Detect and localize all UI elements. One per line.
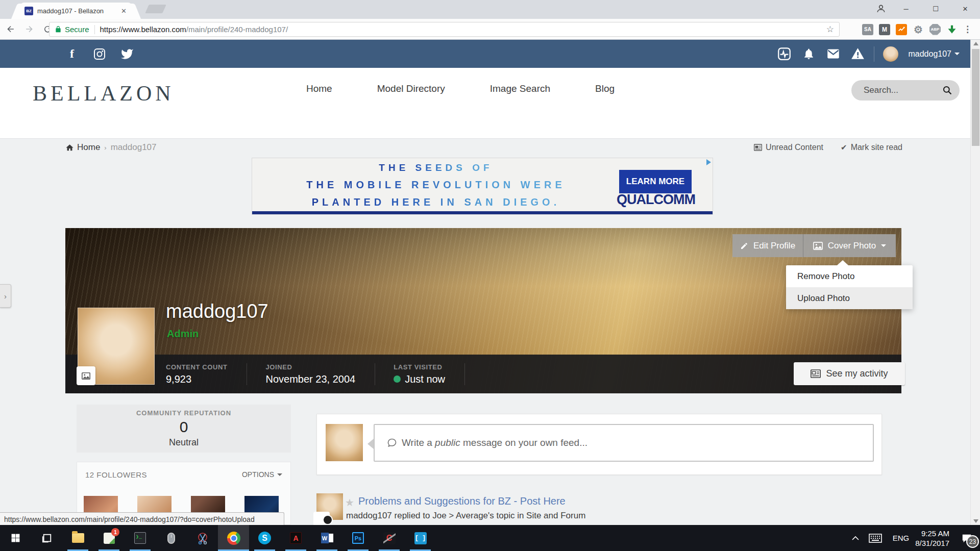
close-button[interactable]: ✕ bbox=[950, 0, 980, 17]
task-view-button[interactable] bbox=[31, 525, 62, 551]
taskbar-file-explorer-icon[interactable] bbox=[62, 525, 93, 551]
nav-model-directory[interactable]: Model Directory bbox=[377, 83, 445, 94]
adchoices-icon[interactable] bbox=[706, 159, 711, 165]
username-menu[interactable]: maddog107 bbox=[908, 49, 951, 59]
taskbar-ccleaner-icon[interactable]: C bbox=[374, 525, 405, 551]
back-icon[interactable] bbox=[3, 21, 18, 37]
url-host: https://www.bellazon.com bbox=[100, 25, 186, 34]
taskbar-skype-icon[interactable]: S bbox=[249, 525, 280, 551]
taskbar-chrome-icon[interactable] bbox=[218, 525, 249, 551]
scroll-up-icon[interactable] bbox=[973, 42, 978, 45]
taskbar-notes-app-icon[interactable]: 1 bbox=[93, 525, 125, 551]
system-tray: ENG 9:25 AM 8/31/2017 23 bbox=[847, 525, 980, 551]
browser-address-bar: Secure https://www.bellazon.com /main/pr… bbox=[0, 19, 980, 40]
topbar-icons: maddog107 bbox=[772, 40, 980, 68]
profile-stats-bar: CONTENT COUNT 9,923 JOINED November 23, … bbox=[65, 355, 901, 393]
extension-gear-icon[interactable]: ⚙ bbox=[913, 24, 924, 35]
address-omnibox[interactable]: Secure https://www.bellazon.com /main/pr… bbox=[49, 22, 840, 37]
start-button[interactable] bbox=[0, 525, 31, 551]
chevron-down-icon bbox=[277, 473, 282, 476]
scrollbar-thumb[interactable] bbox=[972, 49, 979, 146]
browser-status-bar: https://www.bellazon.com/main/profile/24… bbox=[0, 512, 284, 525]
breadcrumb: Home › maddog107 bbox=[65, 140, 157, 155]
status-url: https://www.bellazon.com/main/profile/24… bbox=[4, 515, 255, 523]
instagram-icon[interactable] bbox=[93, 47, 106, 61]
extension-sa-icon[interactable]: SA bbox=[862, 24, 873, 35]
taskbar-acrobat-icon[interactable]: A bbox=[280, 525, 311, 551]
taskbar-photoshop-icon[interactable]: Ps bbox=[342, 525, 374, 551]
nav-blog[interactable]: Blog bbox=[595, 83, 615, 94]
followers-options-button[interactable]: OPTIONS bbox=[242, 470, 282, 479]
clock[interactable]: 9:25 AM 8/31/2017 bbox=[915, 529, 949, 548]
user-avatar[interactable] bbox=[878, 40, 903, 68]
secure-label: Secure bbox=[65, 25, 89, 34]
ad-banner[interactable]: THE SEEDS OF THE MOBILE REVOLUTION WERE … bbox=[252, 158, 713, 215]
newspaper-icon bbox=[754, 144, 762, 151]
unread-content-link[interactable]: Unread Content bbox=[754, 143, 823, 152]
scroll-down-icon[interactable] bbox=[973, 519, 978, 523]
notification-count-badge: 23 bbox=[966, 535, 979, 548]
nav-image-search[interactable]: Image Search bbox=[490, 83, 550, 94]
messages-envelope-icon[interactable] bbox=[821, 40, 845, 68]
speech-bubble-icon bbox=[387, 438, 397, 448]
clock-time: 9:25 AM bbox=[915, 529, 949, 538]
browser-profile-icon[interactable] bbox=[871, 0, 891, 17]
topbar-divider bbox=[874, 46, 874, 62]
ad-line-3: PLANTED HERE IN SAN DIEGO. bbox=[312, 196, 560, 208]
extension-analytics-icon[interactable] bbox=[896, 24, 907, 35]
site-logo[interactable]: BELLAZON bbox=[33, 81, 175, 106]
tray-expand-icon[interactable] bbox=[847, 536, 864, 540]
social-links: f bbox=[65, 40, 134, 68]
moderation-warning-icon[interactable] bbox=[845, 40, 870, 68]
menu-item-upload-photo[interactable]: Upload Photo bbox=[786, 287, 913, 309]
community-reputation-card: COMMUNITY REPUTATION 0 Neutral bbox=[77, 405, 291, 453]
twitter-icon[interactable] bbox=[120, 47, 134, 61]
taskbar-console-icon[interactable]: ❯_ bbox=[125, 525, 156, 551]
browser-tab[interactable]: BZ maddog107 - Bellazon ✕ bbox=[20, 3, 132, 19]
ad-learn-more-button[interactable]: LEARN MORE bbox=[619, 170, 692, 193]
chevron-right-icon: › bbox=[104, 144, 106, 152]
maximize-button[interactable]: ☐ bbox=[921, 0, 950, 17]
taskbar-brackets-icon[interactable]: [ ] bbox=[405, 525, 436, 551]
activity-stream-icon[interactable] bbox=[772, 40, 796, 68]
stat-joined: JOINED November 23, 2004 bbox=[265, 363, 375, 385]
extension-abp-icon[interactable]: ABP bbox=[929, 24, 941, 35]
action-center-icon[interactable]: 23 bbox=[957, 525, 977, 551]
sidebar-expander-button[interactable]: › bbox=[0, 284, 11, 308]
window-controls: ─ ☐ ✕ bbox=[871, 0, 980, 17]
taskbar-snipping-tool-icon[interactable] bbox=[187, 525, 218, 551]
language-indicator[interactable]: ENG bbox=[893, 534, 910, 542]
cover-photo-button[interactable]: Cover Photo bbox=[803, 234, 896, 257]
nav-home[interactable]: Home bbox=[306, 83, 332, 94]
minimize-button[interactable]: ─ bbox=[891, 0, 921, 17]
search-icon[interactable] bbox=[942, 85, 952, 97]
browser-menu-icon[interactable]: ⋮ bbox=[963, 24, 972, 35]
taskbar-word-icon[interactable]: W bbox=[311, 525, 342, 551]
main-nav: Home Model Directory Image Search Blog bbox=[306, 68, 615, 110]
taskbar-mouse-utility-icon[interactable] bbox=[156, 525, 187, 551]
post-type-badge-icon bbox=[323, 515, 333, 525]
see-my-activity-button[interactable]: See my activity bbox=[794, 362, 905, 385]
menu-item-remove-photo[interactable]: Remove Photo bbox=[786, 265, 913, 287]
mark-site-read-link[interactable]: ✔ Mark site read bbox=[841, 143, 902, 152]
breadcrumb-home[interactable]: Home bbox=[65, 142, 100, 153]
stat-content-count: CONTENT COUNT 9,923 bbox=[166, 363, 247, 385]
post-meta: maddog107 replied to Joe > Average's top… bbox=[346, 511, 585, 521]
cover-photo-menu: Remove Photo Upload Photo bbox=[786, 265, 913, 309]
extension-download-icon[interactable] bbox=[946, 24, 958, 35]
touch-keyboard-icon[interactable] bbox=[864, 534, 887, 543]
facebook-icon[interactable]: f bbox=[65, 47, 79, 61]
post-title-link[interactable]: Problems and Suggestions for BZ - Post H… bbox=[358, 495, 566, 507]
reputation-value: 0 bbox=[180, 418, 188, 436]
profile-role-badge: Admin bbox=[167, 328, 199, 340]
forward-icon[interactable] bbox=[21, 21, 37, 37]
followers-title: 12 FOLLOWERS bbox=[85, 470, 147, 479]
new-tab-button[interactable] bbox=[145, 5, 166, 13]
notifications-bell-icon[interactable] bbox=[796, 40, 821, 68]
extension-m-icon[interactable]: M bbox=[879, 24, 890, 35]
edit-profile-button[interactable]: Edit Profile bbox=[732, 234, 803, 257]
change-avatar-button[interactable] bbox=[77, 366, 95, 385]
tab-close-icon[interactable]: ✕ bbox=[120, 7, 128, 15]
page-scrollbar[interactable] bbox=[970, 40, 980, 525]
bookmark-star-icon[interactable]: ☆ bbox=[826, 24, 834, 35]
